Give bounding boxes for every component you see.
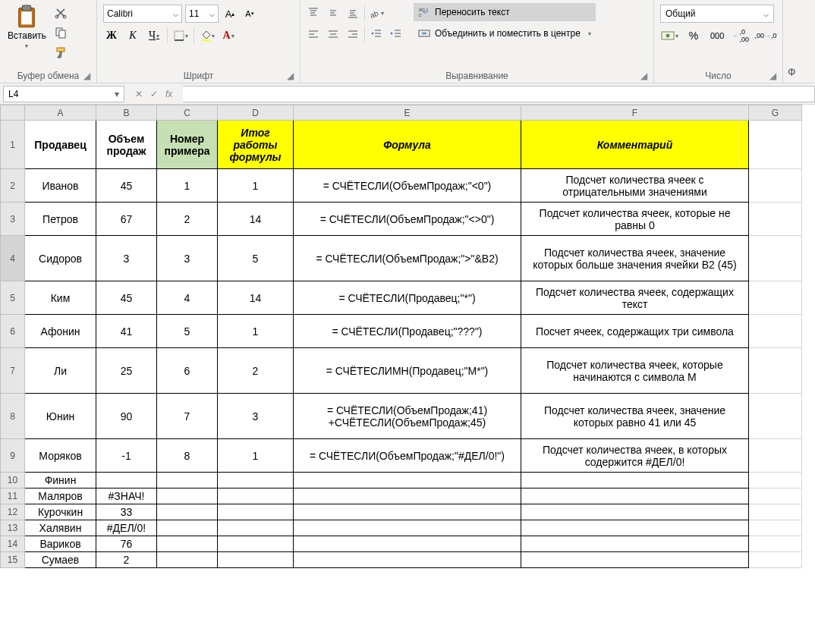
cell[interactable]: Подсчет количества ячеек, которые не рав… — [521, 203, 749, 236]
orientation-button[interactable]: ab▾ — [368, 5, 385, 21]
cell[interactable] — [749, 439, 802, 473]
align-right-button[interactable] — [345, 26, 361, 42]
increase-decimal-button[interactable]: ←,0,00 — [732, 27, 750, 44]
cell[interactable] — [749, 504, 802, 520]
cell[interactable] — [749, 203, 802, 236]
row-header[interactable]: 15 — [1, 552, 25, 568]
cell[interactable]: Посчет ячеек, содержащих три символа — [521, 315, 749, 348]
increase-indent-button[interactable] — [388, 26, 404, 42]
cell[interactable]: Объем продаж — [96, 121, 157, 169]
cell[interactable]: -1 — [96, 439, 157, 473]
cell[interactable]: 45 — [96, 281, 157, 315]
row-header[interactable]: 13 — [1, 520, 25, 536]
cell[interactable]: 41 — [96, 315, 157, 348]
number-format-combo[interactable]: Общий⌵ — [660, 5, 774, 23]
row-header[interactable]: 2 — [1, 169, 25, 203]
cell[interactable] — [294, 536, 521, 552]
cell[interactable] — [157, 473, 218, 488]
align-left-button[interactable] — [305, 26, 322, 42]
col-header[interactable]: D — [218, 105, 294, 121]
cell[interactable] — [218, 552, 294, 568]
cell[interactable]: #ЗНАЧ! — [96, 488, 157, 504]
cell[interactable]: = СЧЁТЕСЛИМН(Продавец;"М*") — [294, 348, 521, 394]
cell[interactable] — [218, 504, 294, 520]
cell[interactable]: 6 — [157, 348, 218, 394]
cell[interactable] — [749, 520, 802, 536]
col-header[interactable]: B — [96, 105, 157, 121]
cut-button[interactable] — [52, 5, 69, 21]
wrap-text-button[interactable]: abc Переносить текст — [414, 3, 596, 21]
currency-button[interactable]: ▾ — [660, 27, 679, 44]
row-header[interactable]: 7 — [1, 348, 25, 394]
cell[interactable] — [157, 552, 218, 568]
cell[interactable] — [294, 504, 521, 520]
cell[interactable]: Ким — [25, 281, 96, 315]
col-header[interactable]: C — [157, 105, 218, 121]
cell[interactable] — [521, 520, 749, 536]
font-color-button[interactable]: А▾ — [220, 27, 237, 44]
cell[interactable] — [96, 473, 157, 488]
cell[interactable] — [521, 536, 749, 552]
cell[interactable]: 1 — [218, 439, 294, 473]
cell[interactable]: #ДЕЛ/0! — [96, 520, 157, 536]
cell[interactable]: Подсчет количества ячеек, значение котор… — [521, 236, 749, 281]
cell[interactable]: Сумаев — [25, 552, 96, 568]
cell[interactable]: 5 — [218, 236, 294, 281]
row-header[interactable]: 11 — [1, 488, 25, 504]
row-header[interactable]: 3 — [1, 203, 25, 236]
row-header[interactable]: 9 — [1, 439, 25, 473]
cell[interactable]: 1 — [218, 315, 294, 348]
decrease-font-button[interactable]: A▾ — [241, 5, 258, 22]
cell[interactable]: Вариков — [25, 536, 96, 552]
cell[interactable] — [157, 504, 218, 520]
cell[interactable] — [521, 552, 749, 568]
row-header[interactable]: 10 — [1, 473, 25, 488]
cell[interactable]: 3 — [96, 236, 157, 281]
decrease-decimal-button[interactable]: ,00→,0 — [755, 27, 776, 44]
cell[interactable]: 5 — [157, 315, 218, 348]
cell[interactable]: Итог работы формулы — [218, 121, 294, 169]
cell[interactable]: 3 — [218, 394, 294, 439]
cell[interactable] — [218, 536, 294, 552]
cell[interactable]: Иванов — [25, 169, 96, 203]
cell[interactable] — [294, 473, 521, 488]
cell[interactable]: = СЧЁТЕСЛИ(ОбъемПродаж;"<0") — [294, 169, 521, 203]
cell[interactable]: 3 — [157, 236, 218, 281]
cell[interactable] — [218, 520, 294, 536]
select-all-corner[interactable] — [1, 105, 25, 121]
cell[interactable]: 7 — [157, 394, 218, 439]
cell[interactable]: 25 — [96, 348, 157, 394]
cell[interactable]: Подсчет количества ячеек, значение котор… — [521, 394, 749, 439]
cell[interactable]: Петров — [25, 203, 96, 236]
cell[interactable]: 2 — [96, 552, 157, 568]
cell[interactable]: Курочкин — [25, 504, 96, 520]
row-header[interactable]: 5 — [1, 281, 25, 315]
row-header[interactable]: 1 — [1, 121, 25, 169]
align-center-button[interactable] — [325, 26, 341, 42]
bold-button[interactable]: Ж — [103, 27, 120, 44]
cell[interactable]: 2 — [157, 203, 218, 236]
cell[interactable] — [157, 488, 218, 504]
cell[interactable] — [218, 488, 294, 504]
cell[interactable] — [749, 169, 802, 203]
dialog-launcher-icon[interactable]: ◢ — [81, 71, 92, 81]
align-bottom-button[interactable] — [345, 5, 361, 21]
cell[interactable]: Маляров — [25, 488, 96, 504]
cell[interactable]: 1 — [157, 169, 218, 203]
percent-button[interactable]: % — [684, 27, 703, 44]
cell[interactable]: Моряков — [25, 439, 96, 473]
cell[interactable]: Комментарий — [521, 121, 749, 169]
cell[interactable] — [749, 473, 802, 488]
cell[interactable] — [749, 348, 802, 394]
cell[interactable]: 90 — [96, 394, 157, 439]
increase-font-button[interactable]: A▴ — [222, 5, 238, 22]
cell[interactable]: 2 — [218, 348, 294, 394]
enter-formula-button[interactable]: ✓ — [150, 89, 158, 99]
cell[interactable] — [749, 281, 802, 315]
paste-button[interactable]: Вставить ▾ — [5, 3, 49, 51]
cell[interactable] — [521, 473, 749, 488]
dialog-launcher-icon[interactable]: ◢ — [638, 71, 649, 81]
fx-button[interactable]: fx — [165, 89, 172, 99]
col-header[interactable]: F — [521, 105, 749, 121]
cell[interactable] — [749, 315, 802, 348]
